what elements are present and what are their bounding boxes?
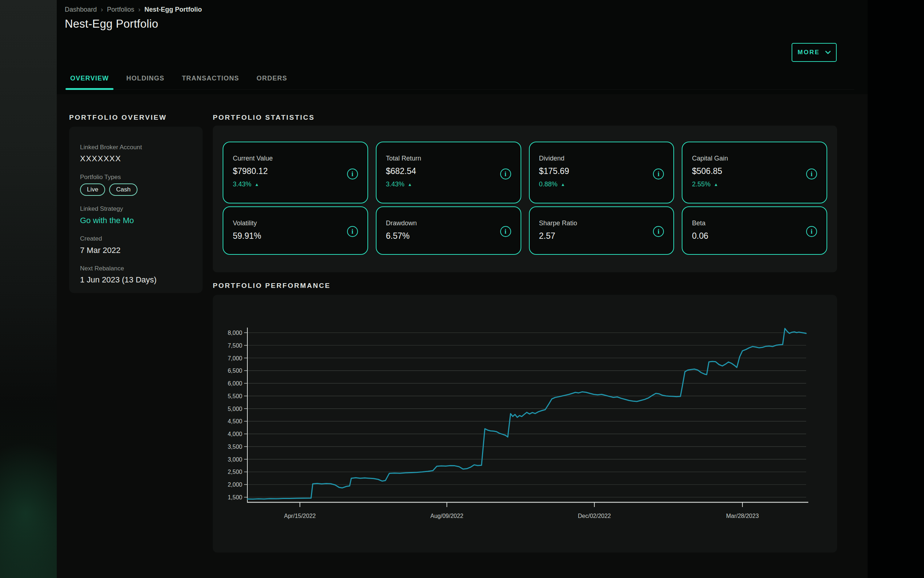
stat-label: Dividend — [539, 155, 664, 162]
info-icon[interactable]: i — [500, 226, 511, 237]
tab-holdings[interactable]: HOLDINGS — [126, 75, 164, 89]
stat-card-current-value: Current Value $7980.12 3.43%▲ i — [223, 141, 368, 203]
svg-text:5,000: 5,000 — [228, 406, 242, 412]
stat-value: 59.91% — [233, 231, 358, 241]
field-value: XXXXXXX — [80, 154, 192, 164]
portfolio-overview-heading: PORTFOLIO OVERVIEW — [69, 114, 167, 122]
stat-label: Capital Gain — [692, 155, 817, 162]
svg-text:4,500: 4,500 — [228, 418, 242, 424]
stat-label: Volatility — [233, 219, 358, 227]
breadcrumb-separator-icon: › — [101, 6, 103, 13]
svg-text:2,000: 2,000 — [228, 482, 242, 488]
stat-value: 0.06 — [692, 231, 817, 241]
svg-text:1,500: 1,500 — [228, 494, 242, 500]
stat-change: 0.88%▲ — [539, 180, 664, 188]
field-label: Linked Strategy — [80, 205, 192, 213]
stat-change: 2.55%▲ — [692, 180, 817, 188]
svg-text:7,500: 7,500 — [228, 343, 242, 349]
svg-text:2,500: 2,500 — [228, 469, 242, 475]
info-icon[interactable]: i — [347, 169, 358, 179]
app-window: Dashboard › Portfolios › Nest-Egg Portfo… — [0, 0, 924, 578]
portfolio-type-pills: Live Cash — [80, 183, 192, 196]
field-label: Next Rebalance — [80, 265, 192, 272]
chevron-down-icon — [825, 50, 831, 54]
performance-chart-panel: 1,5002,0002,5003,0003,5004,0004,5005,000… — [213, 295, 837, 552]
stat-card-dividend: Dividend $175.69 0.88%▲ i — [529, 141, 675, 203]
field-created: Created 7 Mar 2022 — [80, 235, 192, 255]
stat-card-drawdown: Drawdown 6.57% i — [376, 206, 521, 255]
up-arrow-icon: ▲ — [714, 182, 718, 187]
svg-text:7,000: 7,000 — [228, 355, 242, 361]
stat-label: Total Return — [386, 155, 511, 162]
stat-value: $506.85 — [692, 166, 817, 176]
stat-card-capital-gain: Capital Gain $506.85 2.55%▲ i — [682, 141, 827, 203]
more-button-label: MORE — [798, 49, 820, 56]
field-linked-broker-account: Linked Broker Account XXXXXXX — [80, 143, 192, 164]
info-icon[interactable]: i — [347, 226, 358, 237]
svg-text:8,000: 8,000 — [228, 330, 242, 336]
stat-card-volatility: Volatility 59.91% i — [223, 206, 368, 255]
stat-label: Current Value — [233, 155, 358, 162]
stat-value: 6.57% — [386, 231, 511, 241]
info-icon[interactable]: i — [806, 169, 817, 179]
linked-strategy-link[interactable]: Go with the Mo — [80, 216, 192, 226]
svg-text:6,000: 6,000 — [228, 380, 242, 386]
svg-text:3,500: 3,500 — [228, 444, 242, 450]
breadcrumb-dashboard[interactable]: Dashboard — [65, 6, 97, 13]
stats-grid: Current Value $7980.12 3.43%▲ i Total Re… — [223, 141, 827, 255]
field-label: Created — [80, 235, 192, 242]
portfolio-overview-card: Linked Broker Account XXXXXXX Portfolio … — [69, 127, 202, 293]
tab-orders[interactable]: ORDERS — [256, 75, 287, 89]
page-title: Nest-Egg Portfolio — [65, 18, 158, 31]
breadcrumb-portfolios[interactable]: Portfolios — [107, 6, 134, 13]
stat-value: 2.57 — [539, 231, 664, 241]
svg-text:Mar/28/2023: Mar/28/2023 — [726, 513, 759, 519]
breadcrumb: Dashboard › Portfolios › Nest-Egg Portfo… — [65, 6, 202, 13]
up-arrow-icon: ▲ — [255, 182, 259, 187]
svg-text:6,500: 6,500 — [228, 368, 242, 374]
tab-transactions[interactable]: TRANSACTIONS — [182, 75, 239, 89]
performance-line-chart[interactable]: 1,5002,0002,5003,0003,5004,0004,5005,000… — [213, 295, 837, 552]
up-arrow-icon: ▲ — [408, 182, 412, 187]
svg-text:3,000: 3,000 — [228, 456, 242, 463]
stat-change: 3.43%▲ — [233, 180, 358, 188]
field-linked-strategy: Linked Strategy Go with the Mo — [80, 205, 192, 226]
main-panel: Dashboard › Portfolios › Nest-Egg Portfo… — [57, 0, 867, 578]
svg-text:Apr/15/2022: Apr/15/2022 — [284, 513, 316, 519]
field-value: 1 Jun 2023 (13 Days) — [80, 275, 192, 285]
svg-text:4,000: 4,000 — [228, 431, 242, 437]
portfolio-performance-heading: PORTFOLIO PERFORMANCE — [213, 282, 331, 290]
field-portfolio-types: Portfolio Types Live Cash — [80, 173, 192, 196]
info-icon[interactable]: i — [806, 226, 817, 237]
stat-card-total-return: Total Return $682.54 3.43%▲ i — [376, 141, 521, 203]
svg-text:Aug/09/2022: Aug/09/2022 — [430, 513, 463, 519]
stat-change: 3.43%▲ — [386, 180, 511, 188]
field-next-rebalance: Next Rebalance 1 Jun 2023 (13 Days) — [80, 265, 192, 285]
tab-overview[interactable]: OVERVIEW — [70, 75, 109, 89]
portfolio-statistics-panel: Current Value $7980.12 3.43%▲ i Total Re… — [213, 125, 837, 272]
stat-value: $175.69 — [539, 166, 664, 176]
stat-value: $7980.12 — [233, 166, 358, 176]
info-icon[interactable]: i — [653, 169, 664, 179]
stat-label: Beta — [692, 219, 817, 227]
up-arrow-icon: ▲ — [561, 182, 565, 187]
info-icon[interactable]: i — [500, 169, 511, 179]
field-label: Portfolio Types — [80, 173, 192, 181]
svg-text:Dec/02/2022: Dec/02/2022 — [578, 513, 611, 519]
stat-label: Drawdown — [386, 219, 511, 227]
stat-value: $682.54 — [386, 166, 511, 176]
tab-bar: OVERVIEW HOLDINGS TRANSACTIONS ORDERS — [70, 75, 854, 89]
pill-live: Live — [80, 183, 105, 196]
pill-cash: Cash — [109, 183, 138, 196]
breadcrumb-separator-icon: › — [138, 6, 141, 13]
stat-card-sharpe-ratio: Sharpe Ratio 2.57 i — [529, 206, 675, 255]
field-label: Linked Broker Account — [80, 143, 192, 151]
svg-text:5,500: 5,500 — [228, 393, 242, 399]
stat-card-beta: Beta 0.06 i — [682, 206, 827, 255]
more-button[interactable]: MORE — [791, 43, 837, 62]
portfolio-statistics-heading: PORTFOLIO STATISTICS — [213, 114, 315, 122]
breadcrumb-current: Nest-Egg Portfolio — [144, 6, 202, 13]
field-value: 7 Mar 2022 — [80, 245, 192, 256]
stat-label: Sharpe Ratio — [539, 219, 664, 227]
